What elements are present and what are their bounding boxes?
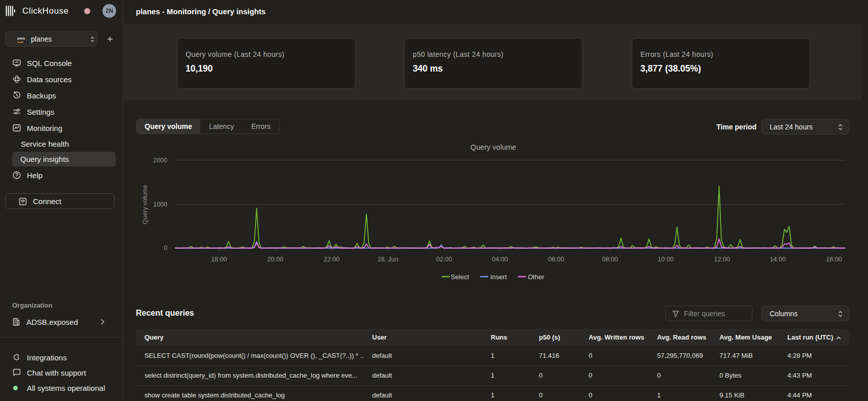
svg-text:16:00: 16:00 bbox=[826, 256, 842, 263]
svg-text:0: 0 bbox=[164, 245, 167, 252]
svg-text:20:00: 20:00 bbox=[267, 256, 283, 263]
svg-text:14:00: 14:00 bbox=[770, 256, 785, 263]
svg-text:28. Jun: 28. Jun bbox=[377, 256, 398, 263]
svg-text:2000: 2000 bbox=[153, 157, 167, 164]
svg-text:04:00: 04:00 bbox=[492, 256, 508, 263]
svg-text:Query volume: Query volume bbox=[471, 143, 516, 151]
svg-text:1000: 1000 bbox=[153, 201, 167, 208]
svg-text:18:00: 18:00 bbox=[211, 256, 227, 263]
svg-text:06:00: 06:00 bbox=[548, 256, 564, 263]
svg-text:Other: Other bbox=[528, 273, 545, 281]
svg-text:Insert: Insert bbox=[490, 273, 507, 281]
svg-text:10:00: 10:00 bbox=[658, 256, 673, 263]
svg-text:02:00: 02:00 bbox=[436, 256, 452, 263]
svg-text:22:00: 22:00 bbox=[323, 256, 339, 263]
svg-text:Select: Select bbox=[451, 273, 469, 281]
svg-text:12:00: 12:00 bbox=[714, 256, 730, 263]
svg-text:Query volume: Query volume bbox=[141, 185, 149, 224]
svg-text:08:00: 08:00 bbox=[602, 256, 618, 263]
